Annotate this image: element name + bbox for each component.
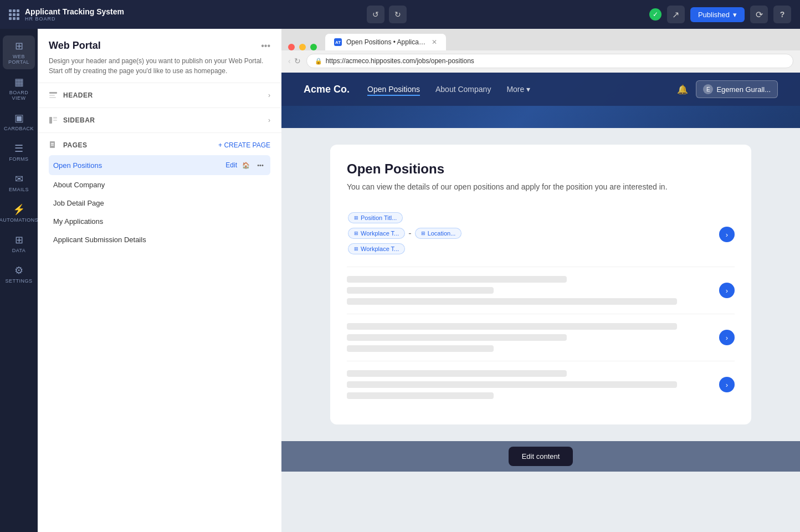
nav-item-settings[interactable]: ⚙ SETTINGS (3, 260, 35, 288)
left-panel: Web Portal ••• Design your header and pa… (38, 29, 281, 532)
nav-item-data[interactable]: ⊞ DATA (3, 229, 35, 258)
skeleton-line (347, 345, 494, 352)
refresh-button[interactable]: ⟳ (750, 6, 768, 23)
page-item-name-open-positions: Open Positions (53, 161, 221, 170)
nav-label-automations: AUTOMATIONS (0, 217, 38, 223)
back-button[interactable]: ‹ (288, 57, 291, 65)
position-arrow-2[interactable]: › (719, 283, 735, 298)
nav-link-about-company[interactable]: About Company (435, 83, 491, 96)
header-icon (49, 91, 58, 100)
page-item-about-company[interactable]: About Company (49, 176, 270, 193)
position-details-1: ⊞ Position Titl... ⊞ Workplace T... (347, 211, 714, 258)
position-arrow-4[interactable]: › (719, 377, 735, 392)
position-row-workplace2: ⊞ Workplace T... (347, 242, 714, 255)
help-button[interactable]: ? (773, 6, 791, 23)
position-row-workplace: ⊞ Workplace T... - ⊞ Location... (347, 227, 714, 240)
home-icon[interactable]: 🏠 (240, 160, 252, 171)
app-title: Applicant Tracking System (25, 7, 124, 16)
status-indicator: ✓ (649, 8, 661, 21)
nav-link-open-positions[interactable]: Open Positions (367, 83, 420, 96)
nav-item-forms[interactable]: ☰ FORMS (3, 138, 35, 166)
address-bar: ‹ ↻ 🔒 https://acmeco.hipposites.com/jobs… (281, 50, 800, 73)
page-more-button[interactable]: ••• (255, 160, 266, 171)
forward-button[interactable]: ↻ (294, 57, 301, 65)
nav-label-settings: SETTINGS (6, 278, 33, 284)
portal-nav: Acme Co. Open Positions About Company Mo… (281, 73, 800, 106)
tab-title: Open Positions • Applicant Trac... (346, 38, 427, 46)
address-input[interactable]: 🔒 https://acmeco.hipposites.com/jobs/ope… (306, 54, 793, 68)
board-icon: ▦ (14, 76, 24, 88)
toolbar-right: ✓ ↗ Published ▾ ⟳ ? (649, 6, 791, 23)
position-arrow-3[interactable]: › (719, 330, 735, 345)
url-text: https://acmeco.hipposites.com/jobs/open-… (326, 57, 474, 65)
field-icon-1: ⊞ (354, 231, 358, 236)
nav-label-web-portal: WEB PORTAL (6, 54, 32, 65)
edit-content-bar: Edit content (281, 441, 800, 472)
sidebar-icon (49, 116, 58, 125)
apps-grid-icon[interactable] (9, 9, 19, 20)
page-item-job-detail[interactable]: Job Detail Page (49, 195, 270, 212)
nav-label-emails: EMAILS (9, 187, 29, 192)
edit-page-button[interactable]: Edit (225, 161, 237, 169)
nav-label-forms: FORMS (9, 156, 29, 162)
workplace-tag-1: ⊞ Workplace T... (348, 228, 405, 239)
close-traffic-light[interactable] (288, 44, 295, 50)
skeleton-line (347, 287, 494, 294)
published-label: Published (698, 11, 730, 19)
user-avatar-icon: E (703, 84, 713, 94)
nav-label-cardback: CARDBACK (4, 126, 34, 131)
nav-item-emails[interactable]: ✉ EMAILS (3, 168, 35, 197)
browser-tab[interactable]: AT Open Positions • Applicant Trac... ✕ (325, 33, 447, 50)
automation-icon: ⚡ (13, 203, 25, 216)
edit-content-button[interactable]: Edit content (509, 447, 573, 466)
skeleton-details-4 (347, 370, 714, 399)
page-item-applicant-submission[interactable]: Applicant Submission Details (49, 231, 270, 248)
nav-item-board-view[interactable]: ▦ BOARD VIEW (3, 71, 35, 105)
pages-label: PAGES (63, 141, 88, 149)
panel-header: Web Portal ••• Design your header and pa… (38, 29, 281, 83)
maximize-traffic-light[interactable] (310, 44, 317, 50)
email-icon: ✉ (15, 173, 23, 185)
page-item-open-positions[interactable]: Open Positions Edit 🏠 ••• (49, 155, 270, 175)
pages-section: PAGES + CREATE PAGE Open Positions Edit … (38, 133, 281, 249)
field-icon-2: ⊞ (421, 231, 425, 236)
panel-more-button[interactable]: ••• (261, 41, 270, 51)
create-page-button[interactable]: + CREATE PAGE (218, 141, 270, 149)
user-label: Egemen Gurall... (716, 85, 771, 94)
nav-label-board-view: BOARD VIEW (6, 90, 32, 101)
header-section[interactable]: HEADER › (38, 83, 281, 108)
user-button[interactable]: E Egemen Gurall... (696, 80, 778, 98)
nav-item-web-portal[interactable]: ⊞ WEB PORTAL (3, 35, 35, 69)
card-icon: ▣ (14, 112, 24, 124)
field-tag-icon: ⊞ (354, 215, 358, 221)
page-item-my-applications[interactable]: My Applications (49, 213, 270, 230)
page-item-name-about-company: About Company (53, 181, 266, 189)
svg-rect-2 (49, 97, 56, 98)
bell-icon[interactable]: 🔔 (677, 84, 688, 95)
position-row-title: ⊞ Position Titl... (347, 211, 714, 224)
nav-item-automations[interactable]: ⚡ AUTOMATIONS (3, 199, 35, 227)
page-item-name-my-applications: My Applications (53, 217, 266, 226)
settings-icon: ⚙ (14, 264, 23, 277)
sidebar-section[interactable]: SIDEBAR › (38, 108, 281, 133)
preview-area: Acme Co. Open Positions About Company Mo… (281, 73, 800, 532)
redo-button[interactable]: ↻ (389, 6, 407, 23)
position-arrow-1[interactable]: › (719, 227, 735, 242)
dash-separator: - (408, 228, 411, 238)
open-external-button[interactable]: ↗ (667, 6, 685, 23)
data-icon: ⊞ (15, 234, 23, 246)
panel-title: Web Portal (49, 40, 101, 52)
portal-nav-links: Open Positions About Company More ▾ (367, 83, 659, 96)
top-bar: Applicant Tracking System HR BOARD ↺ ↻ ✓… (0, 0, 800, 29)
tab-close-button[interactable]: ✕ (432, 38, 437, 46)
nav-item-cardback[interactable]: ▣ CARDBACK (3, 108, 35, 136)
nav-link-more[interactable]: More ▾ (506, 85, 530, 94)
header-chevron: › (268, 91, 270, 99)
skeleton-item-2: › (347, 267, 735, 314)
minimize-traffic-light[interactable] (299, 44, 306, 50)
portal-brand: Acme Co. (304, 84, 350, 95)
published-button[interactable]: Published ▾ (690, 7, 745, 22)
page-item-name-applicant-submission: Applicant Submission Details (53, 236, 266, 244)
undo-button[interactable]: ↺ (367, 6, 384, 23)
svg-rect-0 (49, 92, 57, 94)
